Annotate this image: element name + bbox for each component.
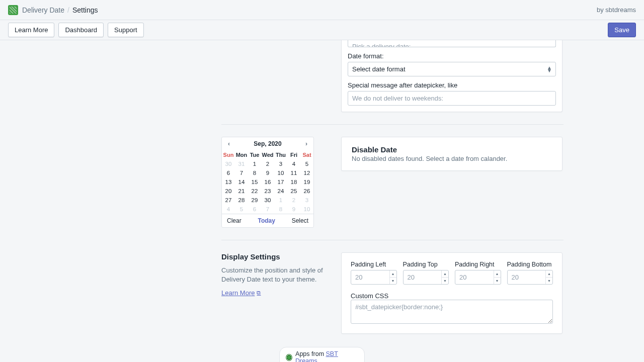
- calendar-day[interactable]: 17: [274, 177, 287, 187]
- calendar-clear-button[interactable]: Clear: [227, 217, 242, 224]
- calendar-day[interactable]: 27: [222, 196, 235, 205]
- calendar-day[interactable]: 18: [287, 177, 300, 187]
- support-button[interactable]: Support: [108, 23, 144, 37]
- custom-css-input[interactable]: [351, 300, 553, 324]
- calendar-day[interactable]: 5: [300, 159, 313, 168]
- calendar-dow: Sat: [300, 150, 313, 159]
- padding-top-up-icon[interactable]: ▲: [442, 270, 448, 277]
- padding-bottom-down-icon[interactable]: ▼: [546, 277, 552, 284]
- calendar-dow: Fri: [287, 150, 300, 159]
- calendar-prev-icon[interactable]: ‹: [226, 140, 232, 147]
- display-settings-desc: Customize the position and style of Deli…: [221, 266, 327, 284]
- before-datepicker-input-partial[interactable]: Pick a delivery date:: [348, 40, 556, 47]
- section-divider-1: [221, 124, 564, 125]
- apps-from-prefix: Apps from: [295, 350, 326, 357]
- calendar-day[interactable]: 16: [261, 177, 274, 187]
- calendar-today-button[interactable]: Today: [258, 217, 275, 224]
- special-message-label: Special message after datepicker, like: [348, 81, 556, 89]
- padding-left-up-icon[interactable]: ▲: [390, 270, 396, 277]
- calendar-dow: Thu: [274, 150, 287, 159]
- apps-from-pill: Apps from SBT Dreams.: [279, 347, 365, 362]
- padding-top-down-icon[interactable]: ▼: [442, 277, 448, 284]
- external-link-icon: ⧉: [257, 290, 261, 296]
- calendar-day[interactable]: 6: [222, 168, 235, 177]
- calendar-day[interactable]: 21: [235, 187, 248, 196]
- special-message-input[interactable]: [348, 91, 556, 106]
- calendar-day[interactable]: 14: [235, 177, 248, 187]
- calendar-day[interactable]: 31: [235, 159, 248, 168]
- calendar-dow: Mon: [235, 150, 248, 159]
- calendar-day[interactable]: 2: [287, 196, 300, 205]
- display-settings-title: Display Settings: [221, 252, 327, 261]
- dashboard-button[interactable]: Dashboard: [58, 23, 104, 37]
- padding-bottom-up-icon[interactable]: ▲: [546, 270, 552, 277]
- calendar-day[interactable]: 3: [300, 196, 313, 205]
- calendar-day[interactable]: 30: [222, 159, 235, 168]
- display-learn-more-link[interactable]: Learn More ⧉: [221, 289, 261, 297]
- topbar: Delivery Date / Settings by sbtdreams: [0, 0, 644, 20]
- calendar-day[interactable]: 2: [261, 159, 274, 168]
- save-button[interactable]: Save: [608, 23, 636, 37]
- calendar-day[interactable]: 10: [274, 168, 287, 177]
- calendar-dow: Sun: [222, 150, 235, 159]
- calendar-day[interactable]: 5: [235, 205, 248, 214]
- app-icon: [8, 5, 18, 15]
- padding-left-label: Padding Left: [351, 261, 397, 268]
- calendar-day[interactable]: 22: [248, 187, 261, 196]
- calendar-dow: Tue: [248, 150, 261, 159]
- calendar-day[interactable]: 30: [261, 196, 274, 205]
- calendar-day[interactable]: 4: [287, 159, 300, 168]
- calendar-select-button[interactable]: Select: [292, 217, 308, 224]
- display-learn-more-label: Learn More: [221, 289, 255, 297]
- calendar: ‹ Sep, 2020 › SunMonTueWedThuFriSat 3031…: [221, 137, 314, 228]
- padding-right-up-icon[interactable]: ▲: [494, 270, 501, 277]
- calendar-day[interactable]: 15: [248, 177, 261, 187]
- date-format-label: Date format:: [348, 52, 556, 60]
- calendar-day[interactable]: 1: [248, 159, 261, 168]
- sbt-logo-icon: [286, 354, 292, 361]
- learn-more-button[interactable]: Learn More: [8, 23, 54, 37]
- calendar-day[interactable]: 10: [300, 205, 313, 214]
- breadcrumb-sep: /: [67, 6, 69, 14]
- calendar-day[interactable]: 1: [274, 196, 287, 205]
- calendar-day[interactable]: 4: [222, 205, 235, 214]
- section-divider-2: [221, 240, 564, 240]
- breadcrumb-current: Settings: [72, 6, 98, 14]
- breadcrumb-app[interactable]: Delivery Date: [22, 6, 64, 14]
- calendar-day[interactable]: 12: [300, 168, 313, 177]
- padding-top-label: Padding Top: [403, 261, 449, 268]
- calendar-day[interactable]: 11: [287, 168, 300, 177]
- disable-date-title: Disable Date: [352, 145, 552, 154]
- date-format-select[interactable]: Select date format: [348, 62, 556, 76]
- calendar-day[interactable]: 6: [248, 205, 261, 214]
- calendar-day[interactable]: 26: [300, 187, 313, 196]
- calendar-month-label: Sep, 2020: [254, 140, 281, 147]
- calendar-day[interactable]: 9: [287, 205, 300, 214]
- calendar-day[interactable]: 20: [222, 187, 235, 196]
- calendar-day[interactable]: 9: [261, 168, 274, 177]
- calendar-day[interactable]: 3: [274, 159, 287, 168]
- padding-bottom-label: Padding Bottom: [507, 261, 553, 268]
- padding-right-down-icon[interactable]: ▼: [494, 277, 501, 284]
- calendar-day[interactable]: 8: [274, 205, 287, 214]
- calendar-day[interactable]: 23: [261, 187, 274, 196]
- calendar-day[interactable]: 24: [274, 187, 287, 196]
- display-settings-card: Padding Left ▲ ▼ Padding Top: [341, 252, 562, 334]
- calendar-dow: Wed: [261, 150, 274, 159]
- calendar-day[interactable]: 29: [248, 196, 261, 205]
- calendar-day[interactable]: 7: [261, 205, 274, 214]
- byline: by sbtdreams: [597, 6, 636, 14]
- actionbar: Learn More Dashboard Support Save: [0, 20, 644, 40]
- disable-date-card: Disable Date No disabled dates found. Se…: [341, 137, 562, 171]
- calendar-day[interactable]: 8: [248, 168, 261, 177]
- calendar-day[interactable]: 13: [222, 177, 235, 187]
- calendar-day[interactable]: 25: [287, 187, 300, 196]
- calendar-day[interactable]: 28: [235, 196, 248, 205]
- breadcrumb: Delivery Date / Settings: [22, 6, 98, 14]
- calendar-day[interactable]: 7: [235, 168, 248, 177]
- padding-left-down-icon[interactable]: ▼: [390, 277, 396, 284]
- text-settings-card: Pick a delivery date: Date format: Selec…: [341, 40, 562, 112]
- calendar-next-icon[interactable]: ›: [303, 140, 309, 147]
- apps-from-suffix: .: [317, 357, 319, 362]
- calendar-day[interactable]: 19: [300, 177, 313, 187]
